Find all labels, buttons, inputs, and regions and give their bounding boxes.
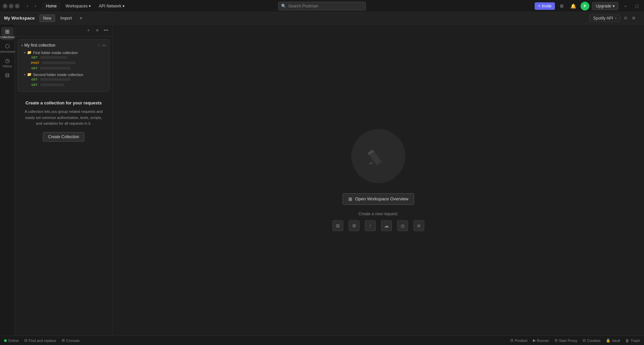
- postbot-label: Postbot: [515, 339, 527, 343]
- request-line-4: [40, 78, 71, 81]
- workspaces-menu[interactable]: Workspaces ▾: [62, 2, 94, 10]
- invite-button[interactable]: + Invite: [535, 2, 555, 10]
- upgrade-button[interactable]: Upgrade ▾: [592, 2, 618, 10]
- method-get-badge-3: GET: [30, 77, 39, 81]
- tab-icon-btn-1[interactable]: ⊟: [622, 15, 629, 22]
- new-request-label: Create a new request:: [358, 212, 398, 216]
- panel-toolbar: + ≡ •••: [15, 24, 112, 36]
- request-line-5: [40, 83, 64, 86]
- search-bar[interactable]: 🔍 Search Postman: [278, 2, 366, 10]
- postbot-item[interactable]: ⊟ Postbot: [510, 338, 527, 343]
- spotify-tab-label: Spotify API: [593, 16, 613, 21]
- window-minimize[interactable]: −: [9, 4, 14, 8]
- window-maximize[interactable]: □: [15, 4, 20, 8]
- onboarding-title: Create a collection for your requests: [23, 100, 104, 106]
- trash-item[interactable]: 🗑 Trash: [625, 338, 640, 343]
- collection-star-icon[interactable]: ☆: [97, 43, 101, 48]
- online-status[interactable]: Online: [4, 339, 19, 343]
- folder-header-1[interactable]: ▾ 📁 First folder inside collection: [24, 50, 106, 55]
- request-row-5[interactable]: GET: [30, 82, 106, 88]
- search-placeholder: Search Postman: [288, 4, 318, 8]
- settings-button[interactable]: ⚙: [558, 2, 566, 10]
- more-options-button[interactable]: •••: [102, 27, 110, 34]
- history-icon: ◷: [5, 57, 10, 64]
- collections-panel: + ≡ ••• ▾ My first collection ☆ ••• ▾ 📁: [15, 24, 113, 336]
- collection-name[interactable]: My first collection: [24, 43, 55, 48]
- method-get-badge-4: GET: [30, 83, 39, 87]
- cookies-icon: ⊟: [583, 338, 586, 343]
- trash-icon: 🗑: [625, 339, 629, 343]
- request-icon-http[interactable]: ⊞: [332, 220, 343, 231]
- trash-label: Trash: [630, 339, 640, 343]
- console-item[interactable]: ⊞ Console: [62, 338, 80, 343]
- tab-icon-btn-2[interactable]: ⊞: [630, 15, 637, 22]
- request-row-3[interactable]: GET: [30, 66, 106, 71]
- new-button[interactable]: New: [39, 15, 55, 22]
- method-get-badge: GET: [30, 55, 39, 59]
- spotify-api-tab[interactable]: Spotify API ▾: [589, 15, 620, 22]
- online-label: Online: [8, 339, 19, 343]
- filter-button[interactable]: ≡: [93, 27, 101, 34]
- add-collection-button[interactable]: +: [85, 27, 92, 34]
- open-workspace-button[interactable]: ⊞ Open Workspace Overview: [343, 193, 414, 205]
- folder-expand-2: ▾: [24, 73, 26, 76]
- environments-icon: ⬡: [5, 43, 10, 49]
- workspace-nav: My Workspace New Import + Spotify API ▾ …: [0, 12, 644, 24]
- vault-item[interactable]: 🔒 Vault: [606, 338, 620, 343]
- add-tab-button[interactable]: +: [77, 15, 85, 22]
- request-line-2: [42, 61, 76, 64]
- console-icon: ⊞: [62, 338, 65, 343]
- home-tab[interactable]: Home: [42, 2, 61, 10]
- search-icon: 🔍: [281, 4, 286, 8]
- request-row-4[interactable]: GET: [30, 77, 106, 82]
- upgrade-dropdown-icon: ▾: [613, 4, 615, 8]
- create-collection-button[interactable]: Create Collection: [43, 132, 84, 142]
- sidebar-item-environments[interactable]: ⬡ Environments: [1, 42, 14, 55]
- avatar[interactable]: P: [581, 2, 589, 10]
- api-network-dropdown-icon: ▾: [123, 4, 125, 8]
- collection-preview-card: ▾ My first collection ☆ ••• ▾ 📁 First fo…: [18, 39, 110, 92]
- forward-button[interactable]: ›: [32, 2, 39, 10]
- notifications-button[interactable]: 🔔: [569, 2, 578, 10]
- request-icon-grpc[interactable]: ↑: [365, 220, 376, 231]
- spotify-dropdown-icon: ▾: [615, 17, 617, 20]
- cookies-item[interactable]: ⊟ Cookies: [583, 338, 600, 343]
- request-icon-socket-io[interactable]: ◎: [397, 220, 408, 231]
- collections-icon: ⊞: [5, 28, 9, 35]
- folder-name-2: Second folder inside collection: [33, 73, 83, 77]
- folder-item-2: ▾ 📁 Second folder inside collection GET …: [24, 72, 106, 88]
- folder-item-1: ▾ 📁 First folder inside collection GET P…: [24, 50, 106, 72]
- restore-window-button[interactable]: □: [633, 2, 641, 10]
- panel-content: ▾ My first collection ☆ ••• ▾ 📁 First fo…: [15, 36, 112, 336]
- collection-more-icon[interactable]: •••: [102, 43, 106, 47]
- find-replace-label: Find and replace: [29, 339, 56, 343]
- sidebar-item-other[interactable]: ⊟: [1, 71, 14, 80]
- onboarding-description: A collection lets you group related requ…: [23, 109, 104, 127]
- find-replace-icon: ⊟: [24, 338, 27, 343]
- request-icon-mqtt[interactable]: ≋: [413, 220, 424, 231]
- request-row-1[interactable]: GET: [30, 55, 106, 60]
- import-button[interactable]: Import: [57, 15, 75, 22]
- request-line-3: [40, 67, 71, 70]
- sidebar-item-collections[interactable]: ⊞ Collections: [1, 27, 14, 40]
- api-network-menu[interactable]: API Network ▾: [96, 2, 128, 10]
- minimize-window-button[interactable]: −: [621, 2, 630, 10]
- find-replace-item[interactable]: ⊟ Find and replace: [24, 338, 56, 343]
- folder-header-2[interactable]: ▾ 📁 Second folder inside collection: [24, 72, 106, 77]
- request-icon-websocket[interactable]: ☁: [381, 220, 392, 231]
- window-close[interactable]: ✕: [3, 4, 7, 8]
- proxy-label: Start Proxy: [559, 339, 577, 343]
- proxy-icon: ⊟: [555, 338, 558, 343]
- request-icon-graphql[interactable]: ⚙: [349, 220, 359, 231]
- request-row-2[interactable]: POST: [30, 60, 106, 66]
- cookies-label: Cookies: [587, 339, 600, 343]
- collection-expand-arrow: ▾: [21, 44, 23, 47]
- invite-icon: +: [538, 4, 540, 8]
- runner-item[interactable]: ▶ Runner: [533, 338, 549, 343]
- top-nav: ✕ − □ ‹ › Home Workspaces ▾ API Network …: [0, 0, 644, 12]
- tab-icons: ⊟ ⊞: [622, 15, 637, 22]
- start-proxy-item[interactable]: ⊟ Start Proxy: [555, 338, 577, 343]
- sidebar-item-history[interactable]: ◷ History: [1, 56, 14, 69]
- back-button[interactable]: ‹: [24, 2, 31, 10]
- vault-label: Vault: [612, 339, 620, 343]
